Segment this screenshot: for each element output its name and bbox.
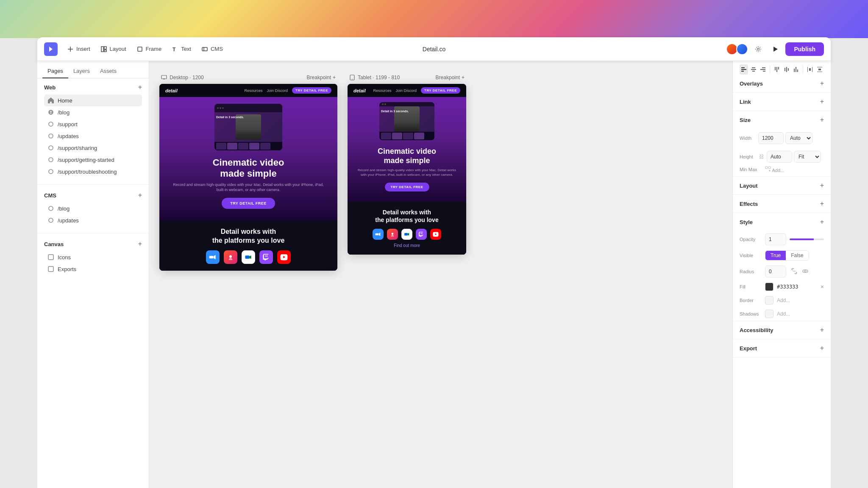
desktop-mockup-inner: Detail in 3 seconds. (214, 104, 282, 150)
sidebar-canvas-add-button[interactable]: + (138, 240, 142, 248)
link-icon[interactable]: ⛓ (758, 154, 765, 160)
distribute-v-button[interactable] (815, 64, 824, 75)
distribute-h-button[interactable] (806, 64, 814, 75)
logo-button[interactable] (44, 42, 58, 56)
width-row: Width Auto Fixed (733, 129, 831, 147)
panel-accessibility-add[interactable]: + (820, 326, 824, 334)
sidebar-item-getting-started[interactable]: /support/getting-started (44, 154, 142, 166)
radius-input[interactable] (765, 266, 786, 277)
align-left-button[interactable] (740, 64, 748, 75)
radius-link-button[interactable] (801, 266, 810, 277)
sidebar-item-blog-1-label: /blog (58, 109, 70, 116)
align-bottom-button[interactable] (792, 64, 800, 75)
opacity-input[interactable] (765, 233, 786, 245)
tablet-dot-2 (384, 103, 386, 105)
sidebar-item-support-sharing[interactable]: /support/sharing (44, 142, 142, 154)
tablet-breakpoint-button[interactable]: Breakpoint + (436, 75, 465, 80)
tablet-mockup-inner: Detail in 3 seconds. (379, 102, 434, 140)
sidebar-item-icons[interactable]: Icons (44, 251, 142, 263)
preview-button[interactable] (768, 42, 782, 56)
panel-link-header[interactable]: Link + (733, 93, 831, 111)
tablet-find-link[interactable]: Find out more (354, 243, 459, 248)
desktop-breakpoint-button[interactable]: Breakpoint + (307, 75, 336, 80)
svg-rect-49 (807, 67, 808, 72)
tab-layers[interactable]: Layers (68, 64, 95, 78)
svg-rect-52 (817, 67, 822, 67)
desktop-hero-cta[interactable]: TRY DETAIL FREE (222, 198, 275, 209)
site-name: Detail.co (423, 46, 445, 53)
height-input[interactable] (767, 151, 792, 163)
opacity-slider[interactable] (790, 238, 824, 240)
panel-layout-add[interactable]: + (820, 182, 824, 189)
sidebar-item-support-sharing-label: /support/sharing (58, 145, 97, 151)
tablet-hero-cta[interactable]: TRY DETAIL FREE (385, 183, 429, 191)
panel-export-add[interactable]: + (820, 344, 824, 352)
tablet-hero-heading: Cinematic video made simple (378, 147, 436, 165)
layout-button[interactable]: Layout (96, 43, 131, 55)
svg-point-15 (49, 146, 53, 150)
align-middle-button[interactable] (782, 64, 790, 75)
panel-overlays-header[interactable]: Overlays + (733, 75, 831, 92)
tab-pages[interactable]: Pages (42, 64, 68, 78)
frame-button[interactable]: Frame (132, 43, 166, 55)
tablet-nav: detail Resources Join Discord TRY DETAIL… (348, 84, 466, 97)
svg-rect-44 (786, 67, 787, 72)
sidebar-cms-add-button[interactable]: + (138, 191, 142, 199)
panel-layout-header[interactable]: Layout + (733, 177, 831, 194)
sidebar-item-support[interactable]: /support (44, 118, 142, 130)
sidebar-item-cms-blog[interactable]: /blog (44, 202, 142, 214)
sidebar-item-home[interactable]: Home (44, 94, 142, 106)
tablet-platform-icons (354, 229, 459, 240)
radius-unlink-button[interactable] (790, 266, 799, 277)
sidebar-tab-bar: Pages Layers Assets (37, 61, 149, 78)
text-button[interactable]: T Text (167, 43, 195, 55)
publish-button[interactable]: Publish (785, 42, 824, 56)
sidebar-item-troubleshooting[interactable]: /support/troubleshooting (44, 166, 142, 177)
sidebar-item-updates[interactable]: /updates (44, 130, 142, 142)
panel-effects-add[interactable]: + (820, 200, 824, 208)
width-input[interactable] (758, 132, 784, 144)
panel-style-add[interactable]: + (820, 218, 824, 226)
height-mode-select[interactable]: Fit Fixed Fill (794, 151, 821, 163)
sidebar-item-blog-1[interactable]: /blog (44, 106, 142, 118)
border-row: Border Add... (733, 294, 831, 307)
panel-link-add[interactable]: + (820, 98, 824, 105)
sidebar-item-updates-label: /updates (58, 133, 79, 139)
panel-export-header[interactable]: Export + (733, 339, 831, 357)
tablet-mockup-main: Detail in 3 seconds. (379, 106, 434, 132)
panel-overlays-add[interactable]: + (820, 80, 824, 87)
sidebar-divider-2 (37, 233, 149, 233)
thumb-3 (238, 143, 248, 150)
align-right-button[interactable] (759, 64, 767, 75)
sidebar-web-add-button[interactable]: + (138, 83, 142, 91)
tablet-nav-logo: detail (353, 88, 366, 93)
svg-rect-37 (762, 67, 765, 68)
cms-button[interactable]: CMS (197, 43, 227, 55)
shadows-label: Shadows (740, 311, 762, 316)
svg-rect-5 (104, 50, 106, 52)
settings-button[interactable] (751, 42, 765, 56)
panel-layout: Layout + (733, 177, 831, 195)
tablet-platforms: Detail works with the platforms you love (348, 202, 466, 255)
fill-remove-button[interactable]: × (821, 283, 824, 290)
panel-accessibility-header[interactable]: Accessibility + (733, 321, 831, 339)
panel-export-title: Export (740, 345, 757, 352)
insert-button[interactable]: Insert (63, 43, 95, 55)
main-area: Pages Layers Assets Web + Home /blog (37, 61, 831, 488)
align-top-button[interactable] (773, 64, 781, 75)
minmax-add[interactable]: Add... (765, 166, 784, 173)
visible-true-button[interactable]: True (765, 251, 786, 260)
panel-effects-header[interactable]: Effects + (733, 195, 831, 213)
visible-false-button[interactable]: False (786, 251, 808, 260)
width-mode-select[interactable]: Auto Fixed (785, 132, 812, 144)
tab-assets[interactable]: Assets (95, 64, 122, 78)
align-center-button[interactable] (749, 64, 757, 75)
panel-size-add[interactable]: + (820, 116, 824, 124)
desktop-hero-heading: Cinematic video made simple (213, 157, 284, 180)
sidebar-item-cms-updates[interactable]: /updates (44, 214, 142, 226)
fill-swatch[interactable] (765, 283, 773, 291)
panel-style-header[interactable]: Style + (733, 213, 831, 231)
sidebar-item-exports[interactable]: Exports (44, 263, 142, 275)
panel-size-header[interactable]: Size + (733, 111, 831, 129)
desktop-frame-container: Desktop · 1200 Breakpoint + detail Resou… (159, 75, 337, 474)
